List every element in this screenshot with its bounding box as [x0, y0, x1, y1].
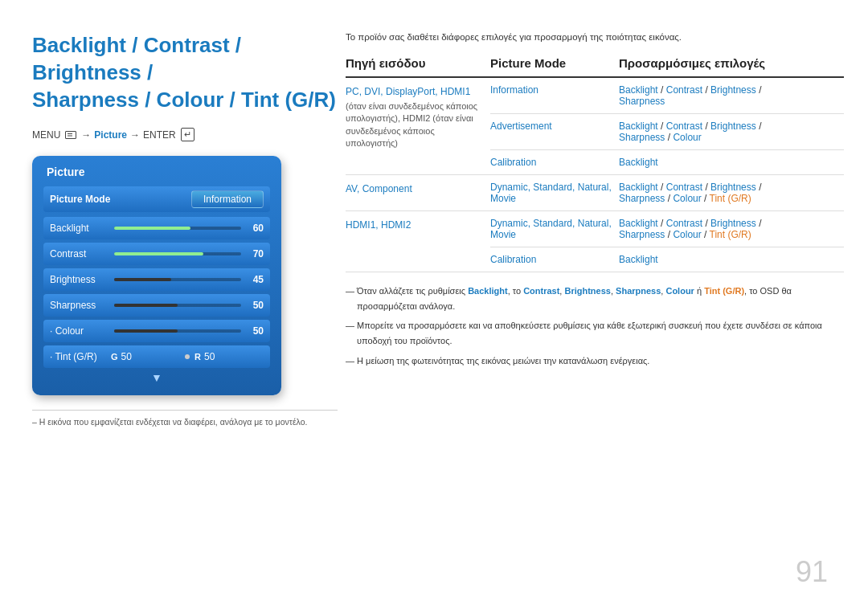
tint-g-value: 50	[121, 351, 132, 362]
osd-label-brightness: Brightness	[50, 274, 114, 285]
options-advertisement: Backlight / Contrast / Brightness / Shar…	[619, 114, 844, 150]
page-number: 91	[796, 555, 828, 589]
osd-bar-brightness	[114, 278, 241, 281]
tint-r-letter: R	[194, 352, 201, 362]
osd-label-tint: · Tint (G/R)	[50, 351, 106, 362]
source-pc-label: PC, DVI, DisplayPort, HDMI1	[346, 84, 481, 99]
table-row: HDMI1, HDMI2 Dynamic, Standard, Natural,…	[346, 211, 844, 247]
osd-val-colour: 50	[241, 325, 264, 337]
osd-row-colour: · Colour 50	[43, 320, 270, 342]
left-footnote: – Η εικόνα που εμφανίζεται ενδέχεται να …	[32, 410, 338, 427]
osd-row-brightness: Brightness 45	[43, 268, 270, 291]
options-hdmi: Backlight / Contrast / Brightness / Shar…	[619, 211, 844, 247]
bottom-notes: — Όταν αλλάζετε τις ρυθμίσεις Backlight,…	[346, 284, 844, 368]
arrow2: →	[130, 129, 140, 141]
col-header-options: Προσαρμόσιμες επιλογές	[619, 56, 844, 77]
source-pc-sub: (όταν είναι συνδεδεμένος κάποιος υπολογι…	[346, 100, 481, 150]
osd-fill-sharpness	[114, 304, 178, 307]
mode-information: Information	[490, 77, 619, 114]
osd-val-contrast: 70	[241, 248, 264, 260]
arrow1: →	[81, 129, 91, 141]
table-row: AV, Component Dynamic, Standard, Natural…	[346, 175, 844, 211]
osd-row-contrast: Contrast 70	[43, 243, 270, 265]
osd-fill-colour	[114, 329, 178, 333]
osd-val-backlight: 60	[241, 223, 264, 234]
tint-r-value: 50	[204, 351, 215, 362]
top-note: Το προϊόν σας διαθέτει διάφορες επιλογές…	[346, 32, 844, 42]
osd-val-sharpness: 50	[241, 300, 264, 311]
main-title: Backlight / Contrast / Brightness /Sharp…	[32, 32, 338, 113]
col-header-mode: Picture Mode	[490, 56, 619, 77]
info-table: Πηγή εισόδου Picture Mode Προσαρμόσιμες …	[346, 56, 844, 272]
osd-down-arrow: ▼	[43, 371, 270, 384]
tint-center-dot	[185, 354, 190, 359]
osd-label-colour: · Colour	[50, 325, 114, 337]
osd-title: Picture	[43, 166, 270, 178]
note-1: — Όταν αλλάζετε τις ρυθμίσεις Backlight,…	[346, 284, 844, 313]
menu-label: MENU	[32, 129, 60, 141]
osd-box: Picture Picture Mode Information Backlig…	[32, 156, 281, 395]
col-header-source: Πηγή εισόδου	[346, 56, 490, 77]
mode-advertisement: Advertisement	[490, 114, 619, 150]
osd-row-sharpness: Sharpness 50	[43, 294, 270, 317]
osd-fill-backlight	[114, 227, 190, 230]
tint-r-segment: R 50	[194, 351, 264, 362]
picture-nav: Picture	[94, 129, 127, 141]
menu-icon	[65, 131, 76, 139]
source-pc: PC, DVI, DisplayPort, HDMI1 (όταν είναι …	[346, 77, 490, 175]
enter-label: ENTER	[143, 129, 176, 141]
osd-mode-row: Picture Mode Information	[43, 186, 270, 212]
note-3: — Η μείωση της φωτεινότητας της εικόνας …	[346, 353, 844, 369]
source-av: AV, Component	[346, 175, 490, 211]
table-row: PC, DVI, DisplayPort, HDMI1 (όταν είναι …	[346, 77, 844, 114]
enter-icon: ↵	[181, 128, 194, 141]
osd-bar-sharpness	[114, 304, 241, 307]
note-2: — Μπορείτε να προσαρμόσετε και να αποθηκ…	[346, 318, 844, 348]
tint-g-segment: G 50	[111, 351, 180, 362]
mode-av: Dynamic, Standard, Natural, Movie	[490, 175, 619, 211]
osd-fill-contrast	[114, 252, 203, 255]
tint-g-letter: G	[111, 352, 118, 362]
options-calibration-1: Backlight	[619, 150, 844, 175]
osd-mode-value: Information	[191, 190, 264, 208]
right-section: Το προϊόν σας διαθέτει διάφορες επιλογές…	[346, 32, 844, 373]
menu-path: MENU → Picture → ENTER ↵	[32, 128, 338, 141]
osd-label-sharpness: Sharpness	[50, 300, 114, 311]
mode-hdmi: Dynamic, Standard, Natural, Movie	[490, 211, 619, 247]
options-av: Backlight / Contrast / Brightness / Shar…	[619, 175, 844, 211]
options-information: Backlight / Contrast / Brightness / Shar…	[619, 77, 844, 114]
osd-bar-backlight	[114, 227, 241, 230]
mode-calibration-2: Calibration	[490, 247, 619, 272]
osd-bar-colour	[114, 329, 241, 333]
osd-row-backlight: Backlight 60	[43, 217, 270, 239]
mode-calibration-1: Calibration	[490, 150, 619, 175]
osd-row-tint: · Tint (G/R) G 50 R 50	[43, 345, 270, 368]
osd-bar-contrast	[114, 252, 241, 255]
osd-label-contrast: Contrast	[50, 248, 114, 260]
osd-label-backlight: Backlight	[50, 223, 114, 234]
osd-fill-brightness	[114, 278, 171, 281]
source-hdmi: HDMI1, HDMI2	[346, 211, 490, 272]
osd-mode-label: Picture Mode	[50, 194, 110, 205]
options-calibration-2: Backlight	[619, 247, 844, 272]
osd-val-brightness: 45	[241, 274, 264, 285]
left-section: Backlight / Contrast / Brightness /Sharp…	[32, 32, 338, 427]
